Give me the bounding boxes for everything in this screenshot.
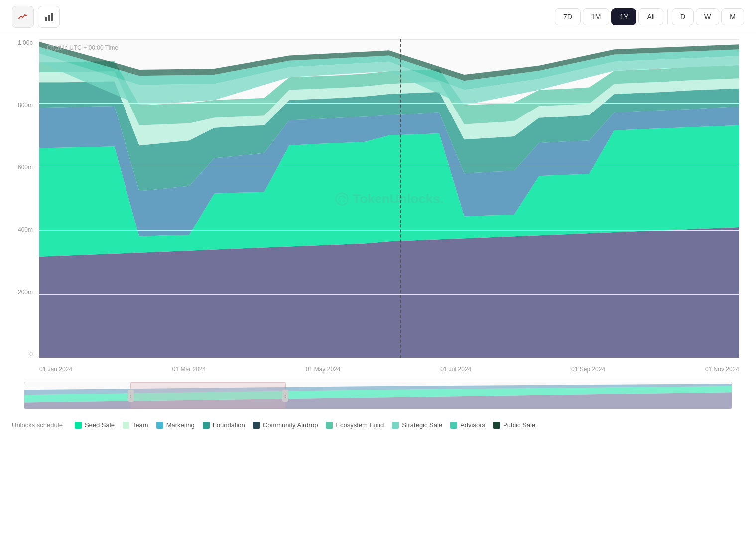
x-label-sep: 01 Sep 2024 bbox=[571, 366, 605, 373]
7d-button[interactable]: 7D bbox=[555, 8, 581, 25]
y-label-800m: 800m bbox=[18, 102, 33, 109]
y-label-100b: 1.00b bbox=[18, 39, 33, 46]
all-button[interactable]: All bbox=[638, 8, 663, 25]
public-sale-label: Public Sale bbox=[503, 421, 535, 429]
month-button[interactable]: M bbox=[721, 8, 744, 25]
legend-title: Unlocks schedule bbox=[12, 421, 63, 429]
legend-marketing: Marketing bbox=[156, 421, 195, 429]
strategic-sale-label: Strategic Sale bbox=[402, 421, 442, 429]
public-sale-color bbox=[493, 422, 500, 429]
legend-seed-sale: Seed Sale bbox=[75, 421, 115, 429]
foundation-label: Foundation bbox=[213, 421, 245, 429]
marketing-color bbox=[156, 422, 163, 429]
chart-plot: Today TokenUnlocks. bbox=[39, 39, 739, 358]
scrollbar-thumb[interactable] bbox=[130, 382, 286, 409]
scrollbar-container[interactable] bbox=[24, 382, 732, 409]
x-label-jan: 01 Jan 2024 bbox=[39, 366, 72, 373]
day-button[interactable]: D bbox=[672, 8, 694, 25]
community-airdrop-label: Community Airdrop bbox=[263, 421, 318, 429]
chart-svg bbox=[39, 39, 739, 358]
today-line: Today bbox=[400, 39, 401, 358]
legend-ecosystem-fund: Ecosystem Fund bbox=[326, 421, 384, 429]
time-controls: 7D 1M 1Y All D W M bbox=[555, 8, 744, 25]
legend-community-airdrop: Community Airdrop bbox=[253, 421, 318, 429]
seed-sale-label: Seed Sale bbox=[85, 421, 115, 429]
grid-line-top bbox=[39, 39, 739, 40]
x-label-nov: 01 Nov 2024 bbox=[705, 366, 739, 373]
strategic-sale-color bbox=[392, 422, 399, 429]
svg-rect-1 bbox=[48, 15, 50, 21]
x-label-may: 01 May 2024 bbox=[306, 366, 340, 373]
scrollbar-right-handle[interactable] bbox=[282, 390, 288, 402]
y-label-600m: 600m bbox=[18, 164, 33, 171]
foundation-color bbox=[203, 422, 210, 429]
1y-button[interactable]: 1Y bbox=[611, 8, 636, 25]
community-airdrop-color bbox=[253, 422, 260, 429]
y-axis: 1.00b 800m 600m 400m 200m 0 bbox=[12, 39, 37, 358]
svg-rect-2 bbox=[51, 13, 53, 21]
legend-foundation: Foundation bbox=[203, 421, 245, 429]
y-label-0: 0 bbox=[29, 351, 33, 358]
y-label-200m: 200m bbox=[18, 289, 33, 296]
scrollbar-left-handle[interactable] bbox=[128, 390, 134, 402]
top-bar: 7D 1M 1Y All D W M bbox=[0, 0, 756, 34]
legend-public-sale: Public Sale bbox=[493, 421, 535, 429]
marketing-label: Marketing bbox=[166, 421, 195, 429]
team-label: Team bbox=[132, 421, 148, 429]
advisors-label: Advisors bbox=[460, 421, 485, 429]
x-label-jul: 01 Jul 2024 bbox=[440, 366, 471, 373]
seed-sale-color bbox=[75, 422, 82, 429]
y-label-400m: 400m bbox=[18, 226, 33, 233]
chart-area: 1.00b 800m 600m 400m 200m 0 Today TokenU… bbox=[12, 39, 744, 378]
grid-line-600m bbox=[39, 167, 739, 167]
grid-line-400m bbox=[39, 230, 739, 231]
x-axis: 01 Jan 2024 01 Mar 2024 01 May 2024 01 J… bbox=[39, 363, 739, 378]
x-label-mar: 01 Mar 2024 bbox=[172, 366, 206, 373]
legend-team: Team bbox=[123, 421, 148, 429]
legend-advisors: Advisors bbox=[450, 421, 485, 429]
team-color bbox=[123, 422, 129, 429]
legend-strategic-sale: Strategic Sale bbox=[392, 421, 442, 429]
line-chart-button[interactable] bbox=[12, 6, 34, 28]
legend: Unlocks schedule Seed Sale Team Marketin… bbox=[0, 413, 756, 437]
chart-subtitle: Chart in UTC + 00:00 Time bbox=[47, 44, 118, 51]
1m-button[interactable]: 1M bbox=[583, 8, 609, 25]
ecosystem-fund-label: Ecosystem Fund bbox=[336, 421, 384, 429]
chart-container: 1.00b 800m 600m 400m 200m 0 Today TokenU… bbox=[0, 34, 756, 409]
ecosystem-fund-color bbox=[326, 422, 333, 429]
grid-line-200m bbox=[39, 294, 739, 295]
svg-rect-0 bbox=[45, 17, 47, 21]
chart-type-buttons bbox=[12, 6, 60, 28]
advisors-color bbox=[450, 422, 457, 429]
divider bbox=[667, 9, 668, 24]
grid-line-800m bbox=[39, 103, 739, 104]
week-button[interactable]: W bbox=[696, 8, 719, 25]
bar-chart-button[interactable] bbox=[38, 6, 60, 28]
